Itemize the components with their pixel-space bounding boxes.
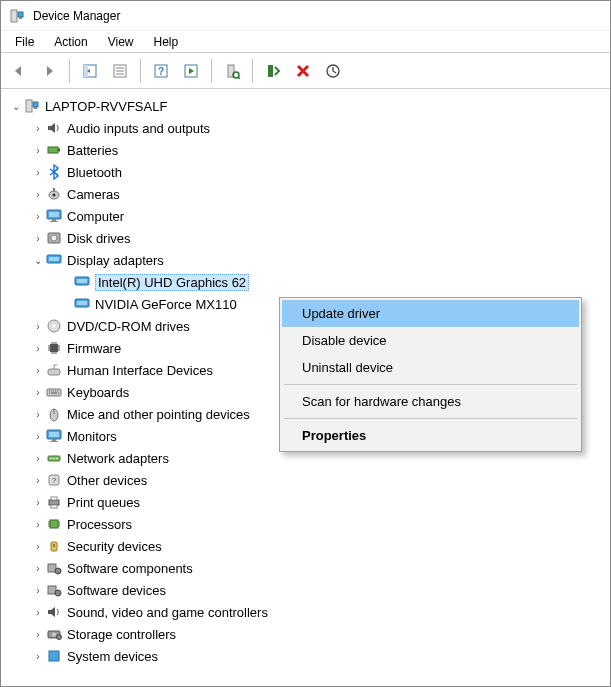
context-disable-device[interactable]: Disable device [282,327,579,354]
device-item[interactable]: Intel(R) UHD Graphics 62 [3,271,608,293]
category-label: DVD/CD-ROM drives [67,319,190,334]
category-label: Keyboards [67,385,129,400]
category-label: Audio inputs and outputs [67,121,210,136]
collapse-icon[interactable]: ⌄ [9,99,23,113]
expand-icon[interactable]: › [31,583,45,597]
context-separator [284,384,577,385]
category-label: Mice and other pointing devices [67,407,250,422]
svg-rect-53 [268,65,273,77]
other-icon [45,472,63,488]
display-icon [73,274,91,290]
expand-icon[interactable]: › [31,495,45,509]
battery-icon [45,142,63,158]
system-icon [45,648,63,664]
category-label: Print queues [67,495,140,510]
expand-icon[interactable]: › [31,165,45,179]
category-batteries[interactable]: ›Batteries [3,139,608,161]
expand-icon[interactable]: › [31,385,45,399]
action-button[interactable] [177,57,205,85]
context-menu: Update driver Disable device Uninstall d… [279,297,582,452]
tree-root[interactable]: ⌄ LAPTOP-RVVFSALF [3,95,608,117]
category-processors[interactable]: ›Processors [3,513,608,535]
context-update-driver[interactable]: Update driver [282,300,579,327]
category-other[interactable]: ›Other devices [3,469,608,491]
help-button[interactable]: ? [147,57,175,85]
expand-icon[interactable]: › [31,341,45,355]
expand-icon[interactable]: › [31,407,45,421]
expand-icon[interactable]: › [31,539,45,553]
speaker-icon [45,120,63,136]
category-bluetooth[interactable]: ›Bluetooth [3,161,608,183]
monitor-icon [45,428,63,444]
category-print[interactable]: ›Print queues [3,491,608,513]
scan-button[interactable] [218,57,246,85]
category-label: Cameras [67,187,120,202]
device-label: Intel(R) UHD Graphics 62 [95,274,249,291]
window-title: Device Manager [33,9,120,23]
leaf-spacer [59,275,73,289]
category-computer[interactable]: ›Computer [3,205,608,227]
category-label: Human Interface Devices [67,363,213,378]
category-display[interactable]: ⌄Display adapters [3,249,608,271]
swcomp-icon [45,560,63,576]
computer-icon [23,98,41,114]
context-scan-hardware[interactable]: Scan for hardware changes [282,388,579,415]
titlebar: Device Manager [1,1,610,31]
update-driver-button[interactable] [319,57,347,85]
category-label: Batteries [67,143,118,158]
speaker-icon [45,604,63,620]
expand-icon[interactable]: › [31,451,45,465]
uninstall-device-button[interactable] [289,57,317,85]
expand-icon[interactable]: › [31,627,45,641]
show-hide-tree-button[interactable] [76,57,104,85]
camera-icon [45,186,63,202]
category-label: Network adapters [67,451,169,466]
toolbar: ? [1,53,610,89]
category-security[interactable]: ›Security devices [3,535,608,557]
expand-icon[interactable]: › [31,231,45,245]
expand-icon[interactable]: › [31,121,45,135]
keyboard-icon [45,384,63,400]
expand-icon[interactable]: › [31,187,45,201]
app-icon [9,8,25,24]
monitor-icon [45,208,63,224]
category-label: Computer [67,209,124,224]
disk-icon [45,230,63,246]
properties-button[interactable] [106,57,134,85]
category-cameras[interactable]: ›Cameras [3,183,608,205]
expand-icon[interactable]: › [31,209,45,223]
expand-icon[interactable]: › [31,363,45,377]
expand-icon[interactable]: › [31,143,45,157]
category-label: Sound, video and game controllers [67,605,268,620]
category-diskdrives[interactable]: ›Disk drives [3,227,608,249]
expand-icon[interactable]: › [31,429,45,443]
expand-icon[interactable]: › [31,319,45,333]
context-properties[interactable]: Properties [282,422,579,449]
category-sound[interactable]: ›Sound, video and game controllers [3,601,608,623]
expand-icon[interactable]: › [31,561,45,575]
menu-view[interactable]: View [100,33,142,51]
chip-icon [45,340,63,356]
forward-button[interactable] [35,57,63,85]
category-label: Monitors [67,429,117,444]
category-system[interactable]: ›System devices [3,645,608,667]
menu-help[interactable]: Help [146,33,187,51]
category-label: Display adapters [67,253,164,268]
menu-file[interactable]: File [7,33,42,51]
expand-icon[interactable]: › [31,649,45,663]
printer-icon [45,494,63,510]
expand-icon[interactable]: › [31,517,45,531]
enable-device-button[interactable] [259,57,287,85]
expand-icon[interactable]: › [31,473,45,487]
context-uninstall-device[interactable]: Uninstall device [282,354,579,381]
cpu-icon [45,516,63,532]
expand-icon[interactable]: ⌄ [31,253,45,267]
display-icon [73,296,91,312]
category-swcomp[interactable]: ›Software components [3,557,608,579]
menu-action[interactable]: Action [46,33,95,51]
back-button[interactable] [5,57,33,85]
expand-icon[interactable]: › [31,605,45,619]
category-audio[interactable]: ›Audio inputs and outputs [3,117,608,139]
category-storage[interactable]: ›Storage controllers [3,623,608,645]
category-swdev[interactable]: ›Software devices [3,579,608,601]
